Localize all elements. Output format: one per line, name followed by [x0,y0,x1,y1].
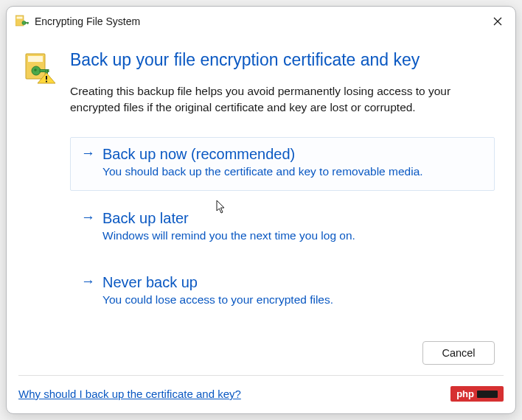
arrow-icon: → [81,209,95,226]
svg-rect-14 [46,76,47,80]
titlebar-key-icon [15,15,29,28]
close-button[interactable] [480,7,515,36]
content-area: Back up your file encryption certificate… [7,36,515,331]
svg-point-10 [34,69,37,71]
option-never-backup[interactable]: → Never back up You could lose access to… [70,265,495,319]
close-icon [493,17,502,26]
svg-rect-1 [17,17,23,19]
option-description: You could lose access to your encrypted … [102,293,484,308]
php-badge: php [450,386,504,402]
svg-rect-8 [28,56,43,62]
main-key-warning-icon [24,49,57,331]
svg-rect-15 [46,81,47,83]
dialog-description: Creating this backup file helps you avoi… [70,83,495,116]
titlebar-title: Encrypting File System [35,15,140,27]
dialog-heading: Back up your file encryption certificate… [70,49,495,71]
arrow-icon: → [81,273,95,290]
option-description: You should back up the certificate and k… [102,164,484,180]
option-description: Windows will remind you the next time yo… [102,228,484,244]
option-title: Never back up [102,273,198,291]
option-backup-now[interactable]: → Back up now (recommended) You should b… [70,137,495,191]
efs-backup-dialog: Encrypting File System Back up you [6,6,516,414]
option-title: Back up later [102,209,189,227]
option-title: Back up now (recommended) [102,145,295,163]
svg-rect-4 [27,22,28,24]
cancel-button[interactable]: Cancel [422,341,495,365]
option-backup-later[interactable]: → Back up later Windows will remind you … [70,201,495,255]
why-backup-link[interactable]: Why should I back up the certificate and… [18,388,241,400]
titlebar: Encrypting File System [7,7,515,36]
arrow-icon: → [81,145,95,162]
main-body: Back up your file encryption certificate… [57,49,495,331]
button-bar: Cancel [7,331,515,375]
footer: Why should I back up the certificate and… [7,376,515,413]
